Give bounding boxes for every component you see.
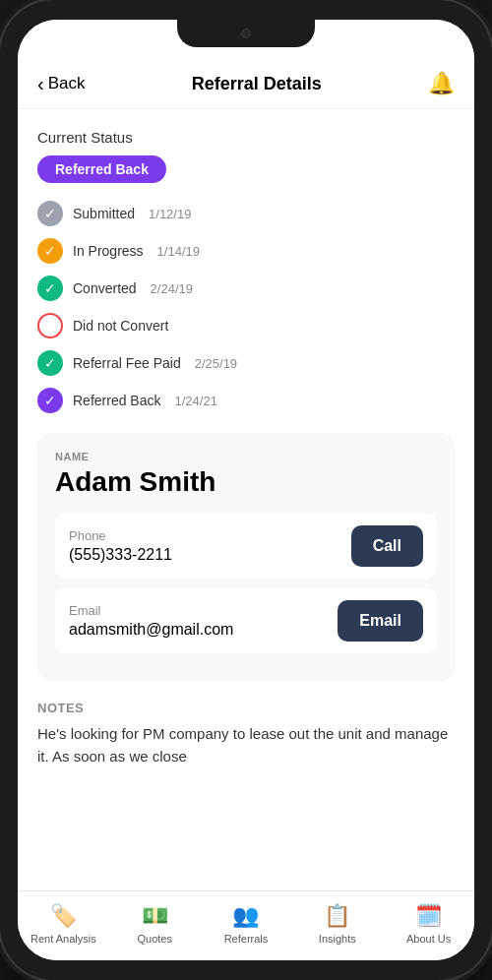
email-value: adamsmith@gmail.com xyxy=(69,621,233,639)
referredback-icon: ✓ xyxy=(37,388,63,413)
app-header: ‹ Back Referral Details 🔔 xyxy=(18,63,474,109)
converted-label: Converted xyxy=(73,280,137,296)
timeline-item-feepaid: ✓ Referral Fee Paid 2/25/19 xyxy=(37,350,455,376)
content-area: Current Status Referred Back ✓ Submitted… xyxy=(18,109,474,890)
rent-analysis-icon: 🏷️ xyxy=(50,903,77,929)
email-button[interactable]: Email xyxy=(338,600,423,642)
camera-dot xyxy=(241,29,251,38)
nav-item-about-us[interactable]: 🗓️ About Us xyxy=(383,899,474,949)
call-button[interactable]: Call xyxy=(351,525,423,567)
inprogress-label: In Progress xyxy=(73,243,144,259)
insights-icon: 📋 xyxy=(324,903,350,929)
bottom-nav: 🏷️ Rent Analysis 💵 Quotes 👥 Referrals 📋 … xyxy=(18,890,474,960)
feepaid-label: Referral Fee Paid xyxy=(73,355,181,371)
didnotconvert-label: Did not Convert xyxy=(73,318,168,334)
referredback-date: 1/24/21 xyxy=(174,394,216,408)
email-info: Email adamsmith@gmail.com xyxy=(69,603,233,639)
phone-info: Phone (555)333-2211 xyxy=(69,528,172,564)
submitted-label: Submitted xyxy=(73,206,135,221)
referredback-label: Referred Back xyxy=(73,393,160,408)
notification-bell-icon[interactable]: 🔔 xyxy=(428,71,455,96)
notes-section: NOTES He's looking for PM company to lea… xyxy=(37,701,455,777)
email-label: Email xyxy=(69,603,233,618)
notes-label: NOTES xyxy=(37,701,455,715)
quotes-icon: 💵 xyxy=(142,903,168,929)
phone-value: (555)333-2211 xyxy=(69,546,172,564)
nav-item-referrals[interactable]: 👥 Referrals xyxy=(201,899,292,949)
inprogress-icon: ✓ xyxy=(37,238,63,264)
didnotconvert-icon xyxy=(37,313,63,338)
contact-card: NAME Adam Smith Phone (555)333-2211 Call… xyxy=(37,433,455,681)
nav-label-about-us: About Us xyxy=(406,933,451,945)
page-title: Referral Details xyxy=(192,74,322,94)
nav-label-insights: Insights xyxy=(319,933,356,945)
notes-text: He's looking for PM company to lease out… xyxy=(37,723,455,767)
timeline-item-converted: ✓ Converted 2/24/19 xyxy=(37,276,455,301)
nav-label-quotes: Quotes xyxy=(137,933,171,945)
back-chevron-icon: ‹ xyxy=(37,73,44,95)
nav-label-referrals: Referrals xyxy=(224,933,269,945)
notch xyxy=(177,20,315,47)
nav-item-rent-analysis[interactable]: 🏷️ Rent Analysis xyxy=(18,899,109,949)
submitted-icon: ✓ xyxy=(37,201,63,226)
status-badge: Referred Back xyxy=(37,155,166,183)
phone-row: Phone (555)333-2211 Call xyxy=(55,514,437,579)
name-field-label: NAME xyxy=(55,451,437,462)
phone-frame: ‹ Back Referral Details 🔔 Current Status… xyxy=(0,0,492,980)
timeline-item-didnotconvert: Did not Convert xyxy=(37,313,455,338)
current-status-label: Current Status xyxy=(37,129,455,146)
phone-screen: ‹ Back Referral Details 🔔 Current Status… xyxy=(18,20,474,960)
timeline-item-submitted: ✓ Submitted 1/12/19 xyxy=(37,201,455,226)
back-button[interactable]: ‹ Back xyxy=(37,73,85,95)
timeline-item-referredback: ✓ Referred Back 1/24/21 xyxy=(37,388,455,413)
contact-name: Adam Smith xyxy=(55,466,437,498)
nav-label-rent-analysis: Rent Analysis xyxy=(31,933,96,945)
timeline-item-inprogress: ✓ In Progress 1/14/19 xyxy=(37,238,455,264)
referrals-icon: 👥 xyxy=(232,903,259,929)
nav-item-quotes[interactable]: 💵 Quotes xyxy=(109,899,201,949)
about-us-icon: 🗓️ xyxy=(415,903,442,929)
converted-icon: ✓ xyxy=(37,276,63,301)
email-row: Email adamsmith@gmail.com Email xyxy=(55,588,437,653)
converted-date: 2/24/19 xyxy=(151,281,193,296)
phone-label: Phone xyxy=(69,528,172,543)
feepaid-date: 2/25/19 xyxy=(195,356,237,371)
nav-item-insights[interactable]: 📋 Insights xyxy=(291,899,383,949)
timeline: ✓ Submitted 1/12/19 ✓ In Progress 1/14/1… xyxy=(37,201,455,413)
inprogress-date: 1/14/19 xyxy=(157,244,200,259)
back-label: Back xyxy=(48,74,86,93)
feepaid-icon: ✓ xyxy=(37,350,63,376)
status-bar xyxy=(18,20,474,63)
submitted-date: 1/12/19 xyxy=(149,207,191,221)
